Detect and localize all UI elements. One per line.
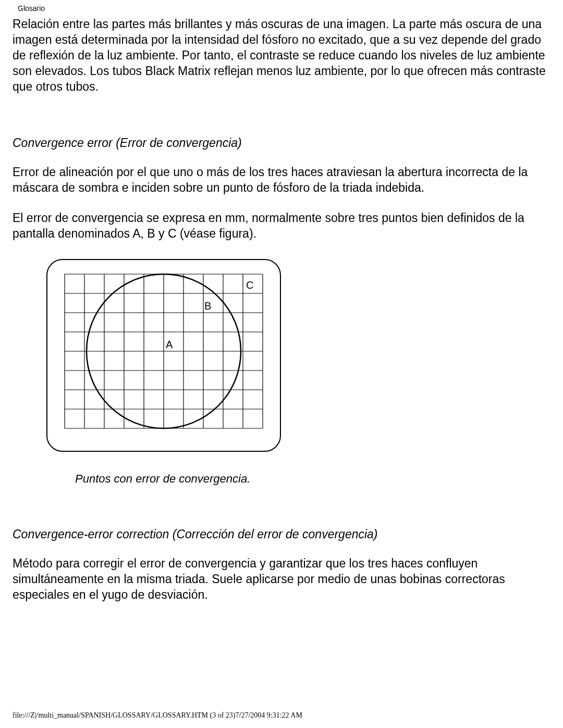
- figure-label-b: B: [204, 300, 211, 312]
- convergence-error-correction-p1: Método para corregir el error de converg…: [13, 556, 550, 603]
- page-footer: file:///Z|/multi_manual/SPANISH/GLOSSARY…: [13, 711, 302, 720]
- footer-text: file:///Z|/multi_manual/SPANISH/GLOSSARY…: [13, 711, 302, 719]
- page-root: Glosario Relación entre las partes más b…: [0, 0, 563, 728]
- page-header: Glosario: [13, 0, 550, 13]
- figure-label-a: A: [166, 339, 173, 350]
- figure-label-c: C: [246, 279, 253, 291]
- convergence-error-diagram-icon: A B C: [44, 256, 284, 454]
- section-heading-convergence-error-correction: Convergence-error correction (Corrección…: [13, 527, 550, 541]
- convergence-error-p1: Error de alineación por el que uno o más…: [13, 165, 550, 196]
- figure-caption: Puntos con error de convergencia.: [75, 472, 550, 486]
- intro-paragraph: Relación entre las partes más brillantes…: [13, 17, 550, 94]
- section-heading-convergence-error: Convergence error (Error de convergencia…: [13, 136, 550, 150]
- convergence-error-figure: A B C: [44, 256, 550, 456]
- convergence-error-p2: El error de convergencia se expresa en m…: [13, 211, 550, 242]
- header-title: Glosario: [18, 4, 45, 13]
